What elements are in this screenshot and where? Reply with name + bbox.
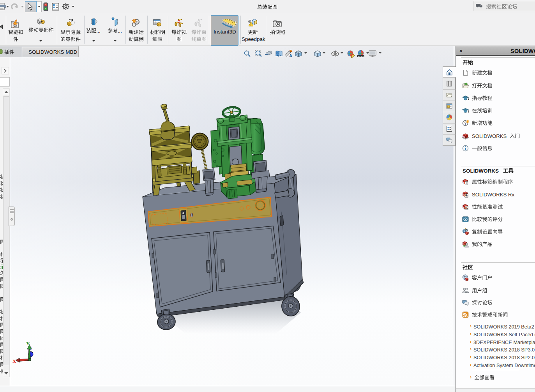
svg-text:X: X bbox=[12, 358, 16, 364]
svg-text:S: S bbox=[466, 233, 467, 235]
svg-text:S: S bbox=[463, 243, 464, 245]
svg-text:S: S bbox=[463, 194, 465, 196]
svg-text:S: S bbox=[463, 206, 465, 209]
svg-text:S: S bbox=[463, 181, 465, 184]
svg-text:?: ? bbox=[464, 121, 466, 125]
svg-text:S: S bbox=[465, 279, 466, 281]
svg-text:A: A bbox=[289, 53, 292, 58]
